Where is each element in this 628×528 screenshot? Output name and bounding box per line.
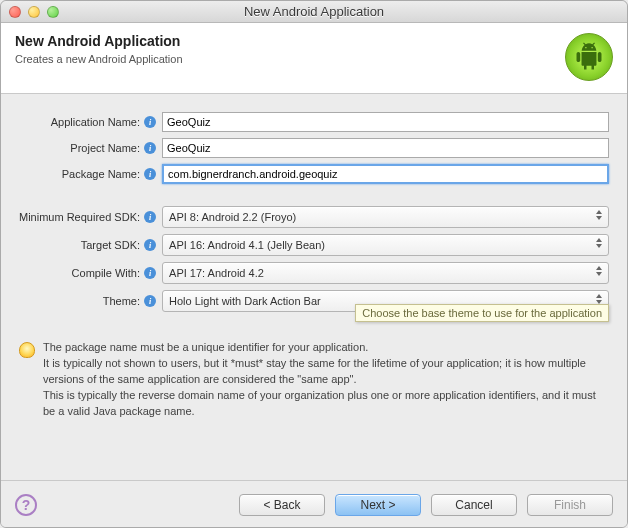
finish-button: Finish — [527, 494, 613, 516]
help-icon[interactable]: ? — [15, 494, 37, 516]
info-icon[interactable]: i — [144, 239, 156, 251]
cancel-button[interactable]: Cancel — [431, 494, 517, 516]
info-icon[interactable]: i — [144, 142, 156, 154]
label-project-name: Project Name: — [19, 142, 140, 154]
tooltip: Choose the base theme to use for the app… — [355, 304, 609, 322]
back-button[interactable]: < Back — [239, 494, 325, 516]
info-icon[interactable]: i — [144, 267, 156, 279]
label-min-sdk: Minimum Required SDK: — [19, 211, 140, 223]
compile-with-value: API 17: Android 4.2 — [169, 267, 264, 279]
min-sdk-select[interactable]: API 8: Android 2.2 (Froyo) — [162, 206, 609, 228]
page-title: New Android Application — [15, 33, 183, 49]
wizard-header: New Android Application Creates a new An… — [1, 23, 627, 94]
package-name-input[interactable] — [162, 164, 609, 184]
android-icon — [565, 33, 613, 81]
theme-value: Holo Light with Dark Action Bar — [169, 295, 321, 307]
chevron-updown-icon — [596, 294, 602, 304]
label-application-name: Application Name: — [19, 116, 140, 128]
chevron-updown-icon — [596, 238, 602, 248]
info-icon[interactable]: i — [144, 168, 156, 180]
titlebar: New Android Application — [1, 1, 627, 23]
target-sdk-value: API 16: Android 4.1 (Jelly Bean) — [169, 239, 325, 251]
hint-text: The package name must be a unique identi… — [43, 340, 609, 420]
min-sdk-value: API 8: Android 2.2 (Froyo) — [169, 211, 296, 223]
info-icon[interactable]: i — [144, 116, 156, 128]
next-button[interactable]: Next > — [335, 494, 421, 516]
project-name-input[interactable] — [162, 138, 609, 158]
window-title: New Android Application — [1, 4, 627, 19]
application-name-input[interactable] — [162, 112, 609, 132]
page-subtitle: Creates a new Android Application — [15, 53, 183, 65]
lightbulb-icon — [19, 342, 35, 358]
target-sdk-select[interactable]: API 16: Android 4.1 (Jelly Bean) — [162, 234, 609, 256]
info-icon[interactable]: i — [144, 211, 156, 223]
label-target-sdk: Target SDK: — [19, 239, 140, 251]
label-package-name: Package Name: — [19, 168, 140, 180]
wizard-footer: ? < Back Next > Cancel Finish — [1, 480, 627, 528]
chevron-updown-icon — [596, 210, 602, 220]
form-content: Application Name: i Project Name: i Pack… — [1, 94, 627, 480]
compile-with-select[interactable]: API 17: Android 4.2 — [162, 262, 609, 284]
label-compile-with: Compile With: — [19, 267, 140, 279]
label-theme: Theme: — [19, 295, 140, 307]
chevron-updown-icon — [596, 266, 602, 276]
hint-box: The package name must be a unique identi… — [19, 340, 609, 420]
info-icon[interactable]: i — [144, 295, 156, 307]
